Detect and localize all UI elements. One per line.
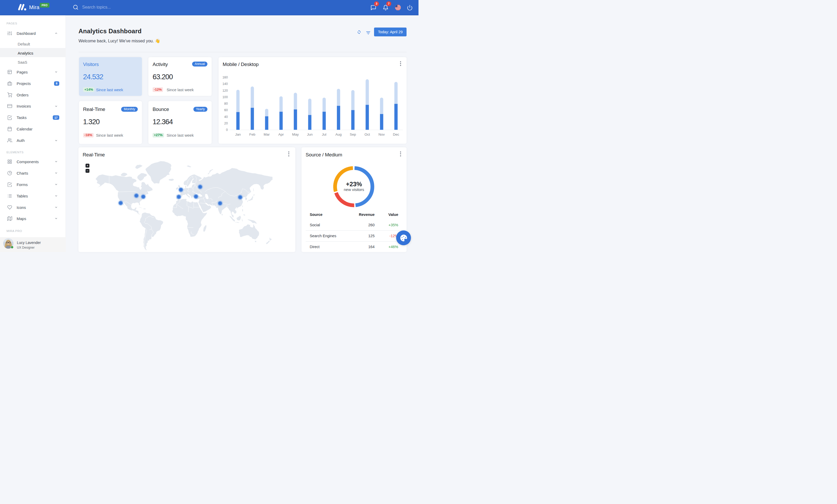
svg-text:0: 0 (226, 128, 228, 132)
svg-text:20: 20 (224, 121, 228, 125)
svg-text:Sep: Sep (350, 132, 356, 136)
svg-text:100: 100 (222, 95, 228, 99)
svg-text:Feb: Feb (249, 132, 255, 136)
svg-text:40: 40 (224, 115, 228, 118)
svg-text:80: 80 (224, 102, 228, 106)
svg-text:Jun: Jun (307, 132, 313, 136)
svg-text:120: 120 (222, 89, 228, 92)
svg-text:May: May (292, 132, 299, 136)
svg-text:140: 140 (222, 82, 228, 86)
svg-text:Mar: Mar (264, 132, 270, 136)
svg-text:Apr: Apr (278, 132, 284, 136)
svg-text:Oct: Oct (364, 132, 370, 136)
svg-text:60: 60 (224, 108, 228, 112)
svg-text:Jan: Jan (235, 132, 241, 136)
svg-text:Aug: Aug (335, 132, 341, 136)
svg-text:160: 160 (222, 76, 228, 79)
svg-text:Dec: Dec (393, 132, 399, 136)
svg-text:Nov: Nov (378, 132, 385, 136)
svg-text:Jul: Jul (322, 132, 326, 136)
